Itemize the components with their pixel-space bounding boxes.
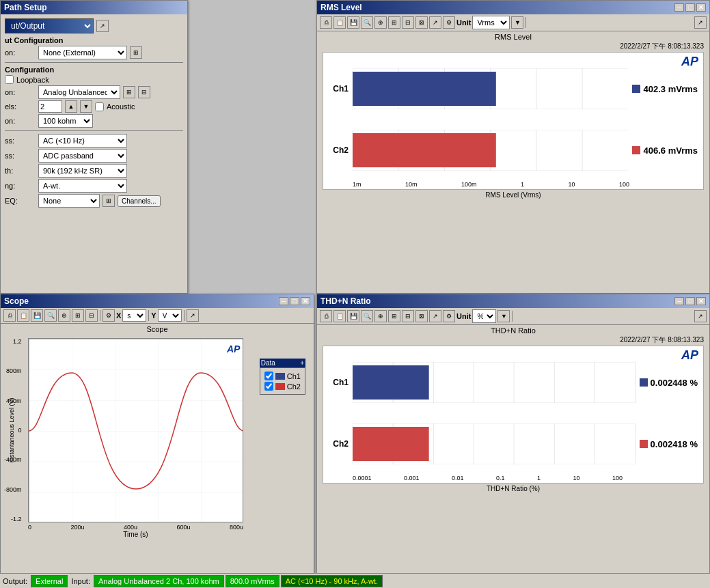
scope-tb-2[interactable]: 📋 [17,309,29,322]
legend-ch1: Ch1 [264,372,301,380]
thdn-ch1-value: 0.002448 % [651,378,698,388]
analog-settings2[interactable]: ⊟ [138,86,150,98]
rms-ch1-value: 402.3 mVrms [643,84,698,94]
svg-rect-25 [353,365,429,400]
io-expand-btn[interactable]: ↗ [96,20,109,32]
rms-tb-sep [525,17,526,28]
rms-ch2-label: Ch2 [329,145,353,155]
thdn-tb-1[interactable]: ⎙ [320,310,332,322]
rms-tb-8[interactable]: ⊠ [415,16,428,29]
thdn-tb-8[interactable]: ⊠ [415,310,428,322]
rms-minimize-btn[interactable]: ─ [674,3,684,12]
channels-label: els: [5,102,36,111]
status-output-value: External [31,575,68,587]
scope-legend: Data + Ch1 Ch2 [260,359,305,395]
eq-dropdown[interactable]: None [38,194,100,208]
thdn-tb-5[interactable]: ⊕ [374,310,387,322]
thdn-tb-3[interactable]: 💾 [347,310,359,322]
scope-tb-3[interactable]: 💾 [31,309,43,322]
scope-tb-sep2 [148,310,149,321]
rms-tb-5[interactable]: ⊕ [374,16,387,29]
channels-up[interactable]: ▲ [65,100,77,113]
rms-expand-btn[interactable]: ↗ [694,16,707,29]
rms-chart-area: AP Ch1 [323,52,704,199]
legend-ch2-checkbox[interactable] [264,382,273,391]
analog-label: on: [5,88,36,96]
scope-tb-6[interactable]: ⊞ [72,309,84,322]
legend-ch1-color [275,373,285,380]
scope-close-btn[interactable]: ✕ [301,297,310,305]
connector-dropdown[interactable]: None (External) [38,46,127,59]
impedance-dropdown[interactable]: 100 kohm [38,114,93,128]
svg-rect-1 [29,339,243,522]
rms-tb-7[interactable]: ⊟ [402,16,414,29]
channels-btn[interactable]: Channels... [118,195,161,207]
rms-tb-1[interactable]: ⎙ [320,16,332,29]
scope-maximize-btn[interactable]: □ [290,297,299,305]
analog-dropdown[interactable]: Analog Unbalanced [38,85,120,99]
scope-expand-btn[interactable]: ↗ [187,309,199,322]
svg-text:AP: AP [226,344,241,354]
rms-unit-arrow[interactable]: ▼ [511,16,523,29]
io-dropdown[interactable]: ut/Output [5,18,94,33]
thdn-tb-4[interactable]: 🔍 [361,310,373,322]
thdn-tb-2[interactable]: 📋 [333,310,346,322]
scope-tb-7[interactable]: ⊟ [85,309,98,322]
scope-tb-8[interactable]: ⚙ [103,309,115,322]
impedance-row: on: 100 kohm [5,114,183,128]
channels-spinbox[interactable] [38,100,62,113]
acoustic-checkbox[interactable] [95,102,104,111]
rms-tb-2[interactable]: 📋 [333,16,346,29]
rms-xticks: 1m 10m 100m 1 10 100 [353,181,629,189]
thdn-ch2-track [353,423,636,464]
thdn-tb-6[interactable]: ⊞ [388,310,400,322]
scope-x-unit[interactable]: s [122,309,146,322]
loopback-label: Loopback [16,76,49,84]
thdn-unit-arrow[interactable]: ▼ [497,310,510,322]
rms-chart-title: RMS Level [317,33,709,41]
rms-tb-10[interactable]: ⚙ [443,16,455,29]
bandwidth-dropdown[interactable]: 90k (192 kHz SR) [38,164,127,178]
scope-tb-5[interactable]: ⊕ [58,309,70,322]
connector-settings-btn[interactable]: ⊞ [130,46,142,59]
separator2 [5,130,183,131]
coupling-dropdown[interactable]: AC (<10 Hz) [38,134,127,148]
scope-y-unit[interactable]: V [158,309,182,322]
rms-tb-9[interactable]: ↗ [429,16,441,29]
thdn-unit-label: Unit [456,312,471,320]
rms-ch2-grid [353,130,628,171]
thdn-ch2-color-box [640,440,648,448]
rms-ch1-track [353,68,628,109]
loopback-checkbox[interactable] [5,75,14,84]
rms-tb-4[interactable]: 🔍 [361,16,373,29]
rms-ch1-label: Ch1 [329,84,353,94]
scope-tb-1[interactable]: ⎙ [3,309,16,322]
rms-ch1-color-box [632,85,640,93]
channels-down[interactable]: ▼ [80,100,92,113]
rms-tb-6[interactable]: ⊞ [388,16,400,29]
scope-plot-wrapper: 1.2 800m 400m 0 -400m -800m -1.2 Instant… [28,338,243,588]
coupling-row: ss: AC (<10 Hz) [5,134,183,148]
rms-tb-3[interactable]: 💾 [347,16,359,29]
analog-settings1[interactable]: ⊞ [123,86,135,98]
rms-unit-dropdown[interactable]: Vrms [472,16,510,29]
scope-window: Scope ─ □ ✕ ⎙ 📋 💾 🔍 ⊕ ⊞ ⊟ ⚙ X s Y V ↗ Sc… [0,294,314,588]
bw-mode-dropdown[interactable]: ADC passband [38,149,127,163]
thdn-close-btn[interactable]: ✕ [696,297,706,305]
scope-minimize-btn[interactable]: ─ [279,297,288,305]
scope-tb-4[interactable]: 🔍 [44,309,57,322]
thdn-tb-9[interactable]: ↗ [429,310,441,322]
weighting-dropdown[interactable]: A-wt. [38,179,127,193]
bandwidth-row: th: 90k (192 kHz SR) [5,164,183,178]
thdn-unit-dropdown[interactable]: % [472,309,496,323]
thdn-maximize-btn[interactable]: □ [685,297,695,305]
thdn-tb-10[interactable]: ⚙ [443,310,455,322]
scope-title: Scope [4,296,29,306]
rms-maximize-btn[interactable]: □ [685,3,695,12]
legend-ch1-checkbox[interactable] [264,372,273,380]
thdn-minimize-btn[interactable]: ─ [674,297,684,305]
thdn-expand-btn[interactable]: ↗ [694,310,707,322]
eq-settings-btn[interactable]: ⊞ [103,195,115,207]
rms-close-btn[interactable]: ✕ [696,3,706,12]
thdn-tb-7[interactable]: ⊟ [402,310,414,322]
